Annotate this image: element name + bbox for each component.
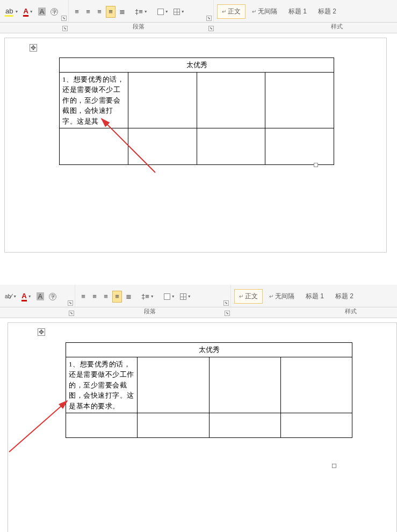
para-launcher-b2[interactable]: ⬊ — [225, 311, 230, 316]
style-heading2-b[interactable]: 标题 2 — [330, 289, 358, 304]
font-dialog-launcher-b[interactable]: ⬊ — [68, 300, 73, 306]
style-nospace-b[interactable]: ↵无间隔 — [264, 289, 299, 304]
styles-label: 样式 — [331, 23, 343, 31]
table-cell-b-2-3[interactable] — [209, 413, 280, 438]
borders-button[interactable]: ▼ — [172, 6, 186, 18]
style-normal-b[interactable]: ↵正文 — [234, 289, 263, 304]
table-cell-1-1[interactable]: 1、想要优秀的话，还是需要做不少工作的，至少需要会截图，会快速打字。这是其 — [60, 72, 128, 128]
table-cell-b-1-1[interactable]: 1、想要优秀的话，还是需要做不少工作的，至少需要会截图，会快速打字。这是基本的要… — [66, 357, 138, 413]
enclose-char-button[interactable]: 字 — [49, 6, 60, 18]
table-cell-1-2[interactable] — [128, 72, 197, 128]
para-launcher-2[interactable]: ⬊ — [208, 26, 214, 31]
ribbon-labels-bottom: 段落 样式 ⬊ ⬊ — [0, 307, 397, 318]
align-right-b[interactable]: ≡ — [101, 291, 111, 303]
table-move-handle[interactable]: ✥ — [30, 44, 37, 52]
paragraph-group-b: ≡ ≡ ≡ ≡ ≣ ‡≡▼ ▼ ▼ ⬊ — [75, 285, 231, 307]
font-color-button-b[interactable]: A▼ — [20, 291, 33, 303]
enclose-char-button-b[interactable]: 字 — [47, 291, 58, 303]
style-nospace[interactable]: ↵无间隔 — [247, 4, 282, 19]
font-launcher-b2[interactable]: ⬊ — [69, 311, 74, 316]
document-table-1[interactable]: 太优秀 1、想要优秀的话，还是需要做不少工作的，至少需要会截图，会快速打字。这是… — [59, 57, 334, 165]
styles-group-b: ↵正文 ↵无间隔 标题 1 标题 2 — [231, 285, 397, 307]
paragraph-group: ≡ ≡ ≡ ≡ ≣ ‡≡▼ ▼ ▼ ⬊ — [69, 0, 214, 22]
align-distribute-b[interactable]: ≣ — [124, 291, 133, 303]
char-shading-button-b[interactable]: A — [35, 291, 46, 303]
ribbon-bottom: ab⁄▼ A▼ A 字 ⬊ ≡ ≡ ≡ ≡ ≣ ‡≡▼ ▼ ▼ ⬊ ↵正文 ↵无… — [0, 285, 397, 307]
table-cell-2-4[interactable] — [265, 128, 334, 165]
shading-button[interactable]: ▼ — [156, 6, 170, 18]
table-cell-b-1-2[interactable] — [138, 357, 209, 413]
char-shading-button[interactable]: A — [37, 6, 48, 18]
align-right-button[interactable]: ≡ — [95, 6, 104, 18]
styles-group: ↵正文 ↵无间隔 标题 1 标题 2 — [214, 0, 397, 22]
table-cell-2-3[interactable] — [197, 128, 265, 165]
paragraph-label: 段落 — [133, 23, 145, 31]
paragraph-dialog-launcher[interactable]: ⬊ — [206, 16, 212, 21]
table-move-handle-b[interactable]: ✥ — [38, 328, 45, 336]
table-resize-handle[interactable] — [314, 163, 318, 167]
align-left-button[interactable]: ≡ — [72, 6, 82, 18]
font-launcher-2[interactable]: ⬊ — [62, 26, 68, 31]
table-cell-b-2-2[interactable] — [138, 413, 209, 438]
align-left-b[interactable]: ≡ — [78, 291, 88, 303]
table-cell-b-1-3[interactable] — [209, 357, 280, 413]
align-distribute-button[interactable]: ≣ — [117, 6, 127, 18]
document-page-1: ✥ 太优秀 1、想要优秀的话，还是需要做不少工作的，至少需要会截图，会快速打字。… — [4, 38, 387, 253]
font-dialog-launcher[interactable]: ⬊ — [61, 16, 67, 21]
style-heading1[interactable]: 标题 1 — [284, 4, 312, 19]
table-cell-1-3[interactable] — [197, 72, 265, 128]
table-cell-b-2-4[interactable] — [280, 413, 352, 438]
style-heading2[interactable]: 标题 2 — [313, 4, 341, 19]
styles-label-b: 样式 — [345, 307, 357, 315]
align-justify-button[interactable]: ≡ — [106, 6, 116, 18]
document-page-2: ✥ 太优秀 1、想要优秀的话，还是需要做不少工作的，至少需要会截图，会快速打字。… — [8, 322, 397, 532]
highlight-button-b[interactable]: ab⁄▼ — [3, 291, 18, 303]
font-group: ab▼ A▼ A 字 ⬊ — [0, 0, 69, 22]
ribbon-top: ab▼ A▼ A 字 ⬊ ≡ ≡ ≡ ≡ ≣ ‡≡▼ ▼ ▼ ⬊ ↵正文 ↵无间… — [0, 0, 397, 23]
table-cell-2-1[interactable] — [60, 128, 128, 165]
table-cell-2-2[interactable] — [128, 128, 197, 165]
ribbon-labels-top: 段落 样式 ⬊ ⬊ — [0, 23, 397, 33]
align-center-b[interactable]: ≡ — [90, 291, 99, 303]
font-group-b: ab⁄▼ A▼ A 字 ⬊ — [0, 285, 75, 307]
align-justify-b[interactable]: ≡ — [112, 291, 122, 303]
para-dialog-launcher-b[interactable]: ⬊ — [223, 300, 229, 306]
style-heading1-b[interactable]: 标题 1 — [301, 289, 329, 304]
document-table-2[interactable]: 太优秀 1、想要优秀的话，还是需要做不少工作的，至少需要会截图，会快速打字。这是… — [66, 342, 352, 438]
svg-line-1 — [9, 401, 67, 452]
align-center-button[interactable]: ≡ — [83, 6, 93, 18]
table-title-cell-b[interactable]: 太优秀 — [66, 343, 352, 357]
paragraph-label-b: 段落 — [144, 307, 156, 315]
table-cell-b-1-4[interactable] — [280, 357, 352, 413]
table-cell-1-4[interactable] — [265, 72, 334, 128]
line-spacing-b[interactable]: ‡≡▼ — [140, 291, 156, 303]
table-cell-b-2-1[interactable] — [66, 413, 138, 438]
line-spacing-button[interactable]: ‡≡▼ — [133, 6, 149, 18]
table-resize-handle-b[interactable] — [332, 464, 336, 468]
table-title-cell[interactable]: 太优秀 — [60, 58, 334, 73]
font-color-button[interactable]: A▼ — [21, 6, 34, 18]
borders-b[interactable]: ▼ — [178, 291, 193, 303]
highlight-button[interactable]: ab▼ — [3, 6, 20, 18]
style-normal[interactable]: ↵正文 — [217, 4, 246, 19]
shading-b[interactable]: ▼ — [162, 291, 177, 303]
